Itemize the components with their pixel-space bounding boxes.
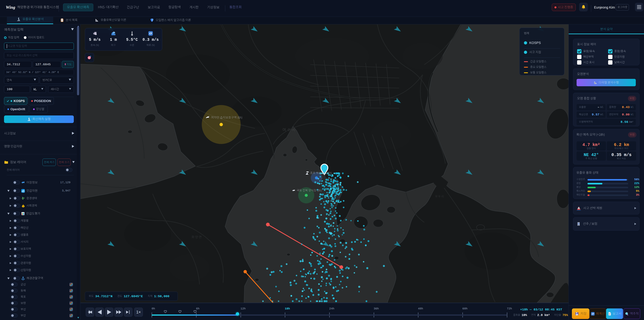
svg-text:$: $ bbox=[23, 205, 24, 207]
